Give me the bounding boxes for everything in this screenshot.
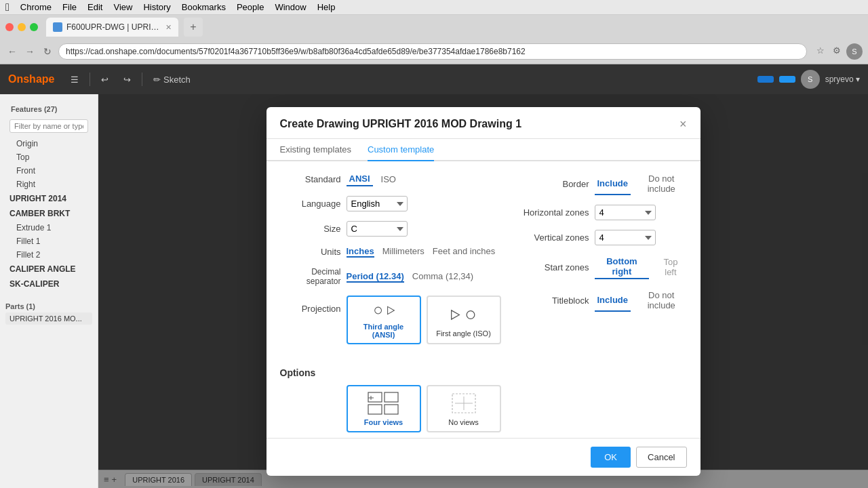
hamburger-menu[interactable]: ☰ (66, 72, 83, 87)
standard-iso-button[interactable]: ISO (378, 172, 399, 186)
tab-close-button[interactable]: ✕ (165, 23, 172, 32)
navigation-bar: ← → ↻ https://cad.onshape.com/documents/… (0, 39, 868, 64)
menu-help[interactable]: Help (317, 2, 336, 12)
parts-item-upright2016[interactable]: UPRIGHT 2016 MO... (5, 312, 92, 325)
start-zones-label: Start zones (515, 262, 589, 272)
tab-existing-templates[interactable]: Existing templates (280, 139, 352, 161)
units-label: Units (280, 247, 341, 257)
standard-toggle-group: ANSI ISO (347, 172, 399, 186)
maximize-window-button[interactable] (30, 23, 38, 31)
sidebar-item-extrude1[interactable]: Extrude 1 (5, 221, 92, 235)
menu-chrome[interactable]: Chrome (20, 2, 52, 12)
horizontal-zones-select[interactable]: 4 (595, 205, 656, 220)
sidebar-item-front[interactable]: Front (5, 164, 92, 178)
view-cards: Four views No views (347, 385, 687, 432)
units-feet-inches[interactable]: Feet and inches (433, 246, 496, 258)
toolbar-action-btn-2[interactable] (779, 76, 795, 83)
close-window-button[interactable] (5, 23, 14, 31)
sidebar-item-fillet2[interactable]: Fillet 2 (5, 248, 92, 262)
menu-view[interactable]: View (113, 2, 132, 12)
start-zones-top-left[interactable]: Top left (654, 255, 686, 279)
new-tab-icon: + (190, 21, 196, 33)
menu-edit[interactable]: Edit (87, 2, 102, 12)
titleblock-exclude-button[interactable]: Do not include (636, 289, 686, 312)
toolbar-action-btn-1[interactable] (757, 76, 774, 83)
sidebar-item-caliper-angle[interactable]: CALIPER ANGLE (5, 262, 92, 277)
projection-third-angle[interactable]: Third angle (ANSI) (347, 296, 421, 344)
decimal-period[interactable]: Period (12.34) (347, 271, 404, 283)
units-millimeters[interactable]: Millimeters (382, 246, 425, 258)
filter-input[interactable] (9, 119, 88, 133)
sidebar-item-fillet1[interactable]: Fillet 1 (5, 235, 92, 248)
toolbar-sep-2 (142, 73, 142, 86)
language-label: Language (280, 199, 341, 209)
undo-button[interactable]: ↩ (97, 72, 113, 87)
no-views-icon (447, 391, 481, 415)
standard-ansi-button[interactable]: ANSI (347, 172, 373, 186)
border-exclude-button[interactable]: Do not include (636, 172, 686, 195)
third-angle-label: Third angle (ANSI) (352, 323, 416, 339)
svg-rect-7 (384, 405, 398, 414)
sidebar-item-sk-caliper[interactable]: SK-CALIPER (5, 277, 92, 291)
sidebar-item-camber[interactable]: CAMBER BRKT (5, 206, 92, 221)
minimize-window-button[interactable] (18, 23, 26, 31)
cancel-button[interactable]: Cancel (636, 447, 686, 468)
decimal-label: Decimalseparator (280, 267, 341, 286)
vertical-zones-select[interactable]: 4 (595, 230, 656, 245)
app-body: Onshape ☰ ↩ ↪ ✏ Sketch S spryevo ▾ Featu… (0, 64, 868, 488)
border-row: Border Include Do not include (515, 172, 687, 195)
titleblock-row: Titleblock Include Do not include (515, 289, 687, 312)
border-include-button[interactable]: Include (595, 172, 631, 195)
features-count: Features (27) (11, 105, 57, 113)
dialog-footer: OK Cancel (267, 438, 701, 476)
ok-button[interactable]: OK (591, 447, 631, 468)
units-inches[interactable]: Inches (347, 246, 374, 258)
address-bar[interactable]: https://cad.onshape.com/documents/57f020… (58, 43, 807, 60)
language-select[interactable]: English French German (347, 196, 408, 211)
new-tab-button[interactable]: + (184, 18, 203, 37)
dialog-header: Create Drawing UPRIGHT 2016 MOD Drawing … (267, 107, 701, 139)
menu-people[interactable]: People (237, 2, 264, 12)
sidebar-item-upright2014[interactable]: UPRIGHT 2014 (5, 191, 92, 206)
user-profile-button[interactable]: S (846, 43, 863, 60)
svg-point-3 (467, 310, 475, 319)
menu-bookmarks[interactable]: Bookmarks (182, 2, 226, 12)
sidebar-item-top[interactable]: Top (5, 150, 92, 164)
create-drawing-dialog: Create Drawing UPRIGHT 2016 MOD Drawing … (267, 107, 701, 476)
pencil-icon: ✏ (153, 75, 161, 85)
dialog-close-button[interactable]: × (679, 118, 687, 130)
back-button[interactable]: ← (5, 45, 19, 58)
redo-button[interactable]: ↪ (119, 72, 135, 87)
size-select[interactable]: C (347, 221, 408, 237)
bookmark-icon[interactable]: ☆ (814, 43, 827, 57)
sidebar-item-origin[interactable]: Origin (5, 137, 92, 150)
horizontal-zones-row: Horizontal zones 4 (515, 205, 687, 220)
sketch-button[interactable]: ✏ Sketch (149, 72, 194, 87)
svg-rect-4 (368, 392, 382, 402)
user-avatar[interactable]: S (801, 70, 820, 89)
onshape-logo[interactable]: Onshape (8, 73, 54, 85)
tab-custom-template[interactable]: Custom template (368, 139, 434, 161)
menu-window[interactable]: Window (275, 2, 306, 12)
extensions-icon[interactable]: ⚙ (830, 43, 844, 57)
menu-file[interactable]: File (62, 2, 77, 12)
forward-button[interactable]: → (23, 45, 37, 58)
tab-bar: F600UPR-DWG | UPRIGHT 2C... ✕ + (0, 15, 868, 39)
view-no-views[interactable]: No views (427, 385, 501, 432)
border-toggle-group: Include Do not include (595, 172, 687, 195)
decimal-comma[interactable]: Comma (12,34) (412, 271, 473, 283)
apple-menu[interactable]:  (5, 1, 9, 14)
hz-label: Horizontal zones (515, 207, 589, 218)
content-area: Features (27) Origin Top Front Right UPR… (0, 94, 868, 488)
sidebar: Features (27) Origin Top Front Right UPR… (0, 94, 98, 488)
active-tab[interactable]: F600UPR-DWG | UPRIGHT 2C... ✕ (46, 18, 178, 37)
titleblock-include-button[interactable]: Include (595, 289, 631, 312)
canvas-area: ≡ + UPRIGHT 2016 UPRIGHT 2014 Create Dra… (98, 94, 868, 488)
refresh-button[interactable]: ↻ (41, 45, 54, 58)
view-four-views[interactable]: Four views (347, 385, 421, 432)
menubar:  Chrome File Edit View History Bookmark… (0, 0, 868, 15)
start-zones-bottom-right[interactable]: Bottom right (595, 255, 650, 279)
menu-history[interactable]: History (143, 2, 170, 12)
projection-first-angle[interactable]: First angle (ISO) (427, 296, 501, 344)
sidebar-item-right[interactable]: Right (5, 178, 92, 191)
